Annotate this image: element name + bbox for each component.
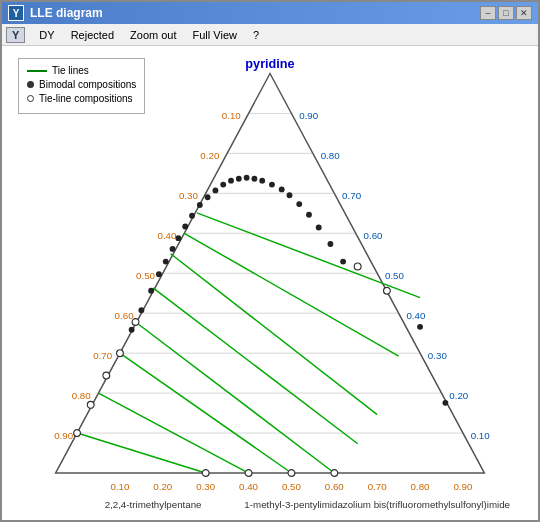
svg-line-34 (197, 213, 420, 298)
svg-point-68 (340, 259, 346, 265)
svg-point-63 (287, 192, 293, 198)
lle-chart: pyridine 0.10 0.20 0.30 0.40 0.50 0.60 0… (10, 54, 530, 512)
svg-point-76 (288, 470, 295, 477)
left-axis-tick-01: 0.10 (222, 110, 242, 121)
bottom-axis-tick-04: 0.40 (239, 481, 259, 492)
svg-point-57 (442, 400, 448, 406)
svg-point-48 (197, 202, 203, 208)
menu-item-help[interactable]: ? (245, 27, 267, 43)
svg-point-47 (189, 213, 195, 219)
legend-tie-lines: Tie lines (27, 65, 136, 76)
svg-point-40 (138, 307, 144, 313)
menu-item-dy[interactable]: DY (31, 27, 62, 43)
bottom-axis-tick-03: 0.30 (196, 481, 216, 492)
minimize-button[interactable]: – (480, 6, 496, 20)
bottom-axis-tick-07: 0.70 (368, 481, 388, 492)
maximize-button[interactable]: □ (498, 6, 514, 20)
left-axis-tick-03: 0.30 (179, 190, 199, 201)
svg-point-70 (87, 401, 94, 408)
bottom-left-label: 2,2,4-trimethylpentane (105, 499, 202, 510)
svg-point-52 (228, 178, 234, 184)
bottom-axis-tick-09: 0.90 (453, 481, 473, 492)
svg-point-51 (220, 182, 226, 188)
bottom-axis-tick-08: 0.80 (411, 481, 431, 492)
svg-point-56 (417, 324, 423, 330)
bottom-axis-tick-01: 0.10 (110, 481, 130, 492)
right-axis-tick-01: 0.10 (471, 430, 491, 441)
menu-bar: Y DY Rejected Zoom out Full View ? (2, 24, 538, 46)
svg-point-65 (306, 212, 312, 218)
bimodal-points (74, 175, 448, 436)
tieline-endpoint-points (74, 263, 391, 476)
svg-point-79 (384, 287, 391, 294)
right-axis-tick-06: 0.60 (364, 230, 384, 241)
bottom-axis-tick-05: 0.50 (282, 481, 302, 492)
right-axis-tick-03: 0.30 (428, 350, 448, 361)
legend-tieline-comp-label: Tie-line compositions (39, 93, 133, 104)
close-button[interactable]: ✕ (516, 6, 532, 20)
svg-point-72 (117, 350, 124, 357)
menu-item-full-view[interactable]: Full View (185, 27, 245, 43)
svg-point-77 (331, 470, 338, 477)
window-controls: – □ ✕ (480, 6, 532, 20)
right-axis-tick-07: 0.70 (342, 190, 362, 201)
left-axis-tick-08: 0.80 (72, 390, 92, 401)
legend-tieline-comp: Tie-line compositions (27, 93, 136, 104)
window-title: LLE diagram (30, 6, 103, 20)
svg-point-49 (205, 194, 211, 200)
tie-line-icon (27, 70, 47, 72)
right-axis-tick-04: 0.40 (406, 310, 426, 321)
bottom-right-label: 1-methyl-3-pentylimidazolium bis(trifluo… (244, 499, 510, 510)
right-axis-tick-05: 0.50 (385, 270, 405, 281)
left-axis-tick-04: 0.40 (157, 230, 177, 241)
bottom-axis-tick-06: 0.60 (325, 481, 345, 492)
menu-item-zoom-out[interactable]: Zoom out (122, 27, 184, 43)
svg-line-33 (184, 233, 398, 356)
content-area: Tie lines Bimodal compositions Tie-line … (2, 46, 538, 520)
left-axis-tick-09: 0.90 (54, 430, 74, 441)
main-window: Y LLE diagram – □ ✕ Y DY Rejected Zoom o… (0, 0, 540, 522)
svg-point-75 (245, 470, 252, 477)
svg-line-27 (77, 433, 206, 473)
svg-point-58 (244, 175, 250, 181)
grid-lines (56, 113, 485, 473)
legend: Tie lines Bimodal compositions Tie-line … (18, 58, 145, 114)
svg-point-39 (129, 327, 135, 333)
svg-point-66 (316, 225, 322, 231)
svg-point-45 (175, 235, 181, 241)
svg-point-64 (296, 201, 302, 207)
left-axis-tick-02: 0.20 (200, 150, 220, 161)
svg-point-74 (202, 470, 209, 477)
svg-point-44 (170, 246, 176, 252)
chart-container: Tie lines Bimodal compositions Tie-line … (2, 46, 538, 520)
svg-point-61 (269, 182, 275, 188)
y-menu-button[interactable]: Y (6, 27, 25, 43)
svg-point-71 (103, 372, 110, 379)
svg-point-69 (74, 430, 81, 437)
svg-point-50 (213, 188, 219, 194)
svg-point-78 (354, 263, 361, 270)
right-axis-tick-09: 0.90 (299, 110, 319, 121)
tie-lines-group (77, 213, 420, 473)
bottom-axis-tick-02: 0.20 (153, 481, 173, 492)
left-axis-tick-06: 0.60 (115, 310, 135, 321)
svg-point-73 (132, 319, 139, 326)
svg-point-53 (236, 176, 242, 182)
svg-point-42 (156, 271, 162, 277)
svg-line-30 (136, 322, 335, 473)
svg-point-59 (251, 176, 257, 182)
left-axis-tick-05: 0.50 (136, 270, 156, 281)
menu-item-rejected[interactable]: Rejected (63, 27, 122, 43)
svg-line-31 (153, 288, 358, 444)
svg-point-62 (279, 187, 285, 193)
top-apex-label: pyridine (245, 57, 294, 71)
bimodal-icon (27, 81, 34, 88)
legend-tie-lines-label: Tie lines (52, 65, 89, 76)
title-bar-left: Y LLE diagram (8, 5, 103, 21)
title-bar: Y LLE diagram – □ ✕ (2, 2, 538, 24)
svg-line-32 (171, 254, 378, 415)
tieline-comp-icon (27, 95, 34, 102)
left-axis-tick-07: 0.70 (93, 350, 113, 361)
svg-point-60 (259, 178, 265, 184)
svg-point-41 (148, 288, 154, 294)
